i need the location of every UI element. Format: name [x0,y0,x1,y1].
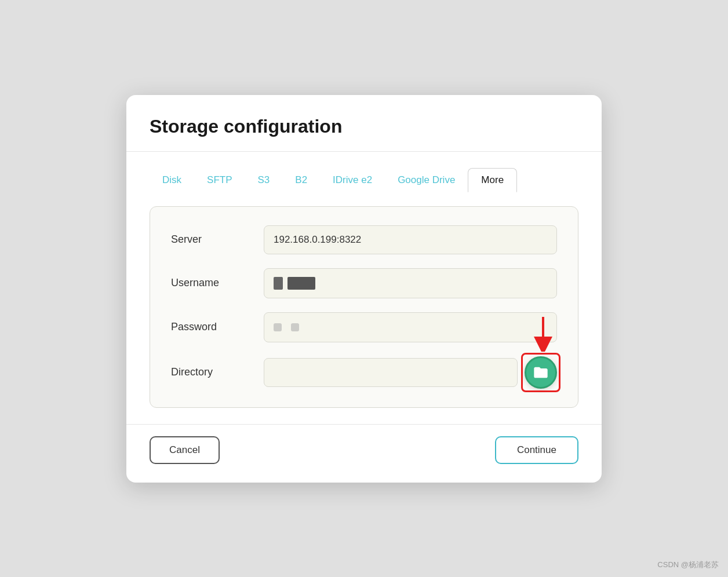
browse-folder-button[interactable] [525,356,557,389]
server-label: Server [171,233,264,246]
dialog-body: Disk SFTP S3 B2 IDrive e2 Google Drive M… [126,152,602,424]
storage-config-dialog: Storage configuration Disk SFTP S3 B2 ID… [126,95,602,483]
tab-idrive[interactable]: IDrive e2 [320,169,385,192]
password-input-display[interactable] [264,312,557,342]
watermark: CSDN @杨浦老苏 [657,560,719,570]
username-row: Username [171,268,557,298]
continue-button[interactable]: Continue [495,436,578,464]
dialog-footer: Cancel Continue [126,424,602,483]
username-input-display[interactable] [264,268,557,298]
directory-label: Directory [171,366,264,378]
username-block-large [287,277,315,290]
username-input-wrapper [264,268,557,298]
directory-input-wrapper [264,356,557,389]
password-input-wrapper [264,312,557,342]
cancel-button[interactable]: Cancel [150,436,220,464]
password-dot-2 [291,323,299,331]
tab-bar: Disk SFTP S3 B2 IDrive e2 Google Drive M… [150,168,578,192]
password-row: Password [171,312,557,342]
form-container: Server Username [150,206,578,408]
username-label: Username [171,277,264,289]
directory-input[interactable] [264,358,518,387]
tab-b2[interactable]: B2 [282,169,320,192]
directory-row: Directory [171,356,557,389]
tab-sftp[interactable]: SFTP [194,169,245,192]
username-block-small [274,277,283,290]
password-dot-1 [274,323,282,331]
server-input-wrapper [264,225,557,254]
dialog-header: Storage configuration [126,95,602,152]
folder-icon [533,364,549,381]
server-input[interactable] [264,225,557,254]
folder-button-annotation [525,356,557,389]
dialog-title: Storage configuration [150,116,578,137]
server-row: Server [171,225,557,254]
tab-disk[interactable]: Disk [150,169,194,192]
password-label: Password [171,321,264,333]
tab-more[interactable]: More [468,168,517,192]
tab-google-drive[interactable]: Google Drive [385,169,468,192]
tab-s3[interactable]: S3 [245,169,283,192]
